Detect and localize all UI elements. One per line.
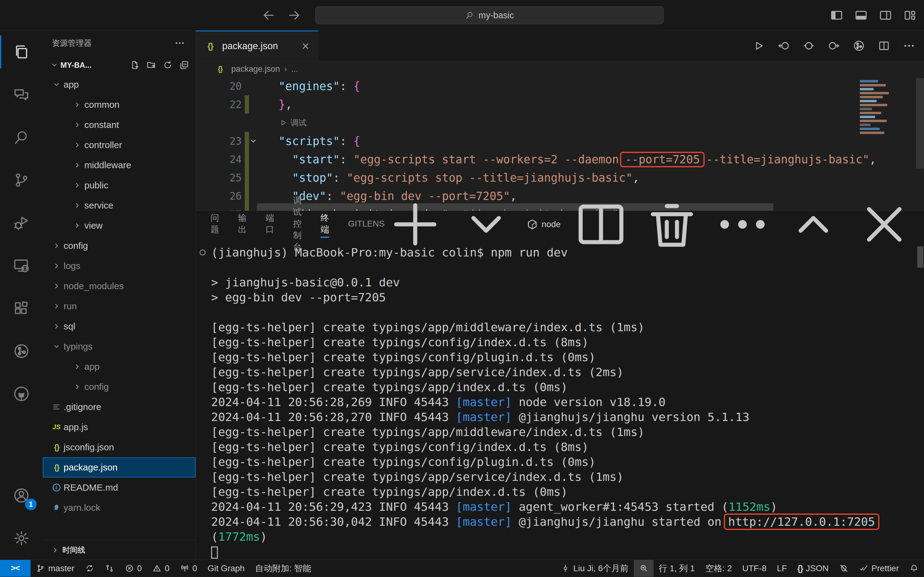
tree-item-config[interactable]: config [43,377,195,397]
tree-item-run[interactable]: run [43,296,195,316]
timeline-section[interactable]: 时间线 [43,540,195,559]
status-git-branch[interactable]: master [31,560,80,577]
status-git-sync[interactable] [80,560,100,577]
ellipsis-icon[interactable] [903,39,916,52]
layout-sidebar-icon[interactable] [830,8,843,22]
circle-back-icon[interactable] [777,39,790,52]
tree-item-app.js[interactable]: JSapp.js [43,417,195,437]
layout-panel-icon[interactable] [855,8,868,22]
panel-tab-输出[interactable]: 输出 [238,211,247,238]
status-label: master [48,564,74,573]
tree-item-typings[interactable]: typings [43,337,195,356]
activity-search[interactable] [0,116,43,159]
new-folder-icon[interactable] [146,60,157,70]
breadcrumb-file[interactable]: package.json [231,64,280,74]
activity-run-and-debug[interactable] [0,201,43,244]
panel-tab-端口[interactable]: 端口 [265,211,274,238]
gear-icon [13,529,30,547]
activity-explorer[interactable] [0,31,43,73]
tree-item-controller[interactable]: controller [43,135,195,155]
tree-item-config[interactable]: config [43,236,195,256]
tree-item-logs[interactable]: logs [43,256,195,276]
remote-icon [13,257,30,274]
tree-item-sql[interactable]: sql [43,316,195,337]
activity-chat[interactable] [0,73,43,116]
activity-remote-explorer[interactable] [0,244,43,287]
status-encoding[interactable]: UTF-8 [737,560,772,577]
codelens-debug[interactable]: 调试 [196,114,924,132]
project-section-header[interactable]: MY-BA... [43,56,195,74]
tree-item-package.json[interactable]: {}package.json [43,457,195,477]
tree-item-README.md[interactable]: README.md [43,477,195,498]
status-zoom-indicator[interactable] [634,560,654,577]
tree-item-.gitignore[interactable]: .gitignore [43,397,195,417]
accounts-badge: 1 [25,498,37,510]
code-editor[interactable]: 20 "engines": {22 },调试23 "scripts": {24 … [196,77,924,211]
circle-dash-icon[interactable] [802,39,815,52]
activity-accounts[interactable]: 1 [0,474,43,517]
refresh-icon[interactable] [163,60,173,70]
activity-github[interactable] [0,372,43,415]
split-icon[interactable] [877,39,890,52]
js-file-icon: JS [50,423,63,431]
file-tree: appcommonconstantcontrollermiddlewarepub… [43,74,195,540]
tree-item-nodemodules[interactable]: node_modules [43,276,195,296]
forward-icon[interactable] [287,8,301,22]
activity-git-graph[interactable] [0,330,43,372]
activity-source-control[interactable] [0,159,43,201]
breadcrumb-more[interactable]: ... [291,64,298,74]
tree-item-yarn.lock[interactable]: yarn.lock [43,498,195,518]
tree-item-service[interactable]: service [43,195,195,216]
collapse-all-icon[interactable] [179,60,189,70]
status-cursor-position[interactable]: 行 1, 列 1 [654,560,700,577]
close-tab-icon[interactable] [300,41,310,51]
panel-tab-调试控制台[interactable]: 调试控制台 [293,211,302,238]
tree-item-common[interactable]: common [43,95,195,115]
command-decoration[interactable] [200,250,206,256]
panel-tab-终端[interactable]: 终端 [320,211,329,238]
layout-split-icon[interactable] [879,8,892,22]
tree-item-middleware[interactable]: middleware [43,155,195,175]
activity-extensions[interactable] [0,287,43,330]
panel-tab-GITLENS[interactable]: GITLENS [348,211,385,238]
status-prettier-status[interactable]: Prettier [854,560,904,577]
tree-item-constant[interactable]: constant [43,115,195,135]
status-git-compare[interactable] [100,560,120,577]
tree-item-jsconfig.json[interactable]: {}jsconfig.json [43,437,195,457]
status-indentation[interactable]: 空格: 2 [700,560,737,577]
tree-item-view[interactable]: view [43,216,195,236]
circle-arrow-icon[interactable] [827,39,840,52]
terminal-node[interactable]: node [527,219,561,230]
code-line-23: 23 "scripts": { [196,132,924,150]
sidebar-more-icon[interactable] [174,37,185,48]
status-remote-indicator[interactable]: >< [0,560,31,577]
status-git-graph[interactable]: Git Graph [202,560,250,577]
new-file-icon[interactable] [129,60,140,70]
gitgraph-icon[interactable] [853,39,865,52]
back-icon[interactable] [262,8,276,22]
layout-grid-icon[interactable] [903,8,917,22]
chev-down-icon[interactable] [248,136,258,146]
tree-item-label: app [63,79,79,90]
status-problems-errors[interactable]: 0 [120,560,147,577]
status-ports[interactable]: 0 [175,560,203,577]
panel-tab-问题[interactable]: 问题 [210,211,219,238]
terminal[interactable]: (jianghujs) MacBook-Pro:my-basic colin$ … [196,238,924,559]
activity-settings[interactable] [0,517,43,559]
status-bar: ><master000Git Graph自动附加: 智能 Liu Ji, 6个月… [0,559,924,577]
status-language-mode[interactable]: {}JSON [792,560,834,577]
tree-item-app[interactable]: app [43,74,195,95]
tree-item-app[interactable]: app [43,356,195,377]
tab-package-json[interactable]: {} package.json [196,31,318,61]
status-notifications[interactable] [904,560,924,577]
status-eol[interactable]: LF [772,560,792,577]
play-outline-icon[interactable] [752,39,765,52]
status-auto-attach[interactable]: 自动附加: 智能 [250,560,317,577]
status-blame-annotation[interactable]: Liu Ji, 6个月前 [556,560,634,577]
status-label: Prettier [871,564,899,573]
status-eslint-status[interactable] [834,560,854,577]
tree-item-public[interactable]: public [43,175,195,195]
status-problems-warnings[interactable]: 0 [147,560,175,577]
breadcrumb[interactable]: {} package.json › ... [196,61,924,77]
command-center-search[interactable]: my-basic [315,6,664,24]
